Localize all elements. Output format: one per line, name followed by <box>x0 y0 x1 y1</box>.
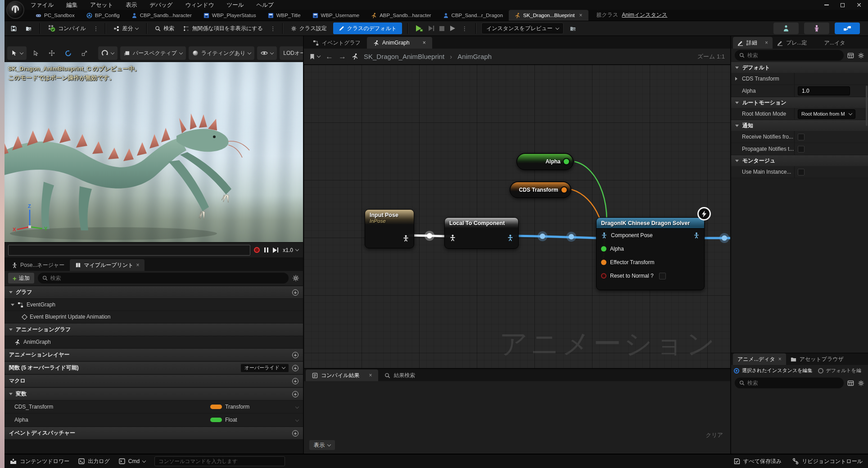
hide-unrelated-options-icon[interactable]: ⋮ <box>269 25 277 32</box>
list-item-eventgraph[interactable]: EventGraph <box>5 298 303 310</box>
subpanel-search-input[interactable]: 検索 <box>735 378 844 388</box>
section-graphs[interactable]: グラフ + <box>5 286 303 298</box>
save-button[interactable] <box>8 22 19 35</box>
close-window-icon[interactable]: ✕ <box>856 3 862 7</box>
tab-asset-editor[interactable]: ア...イタ <box>820 37 850 49</box>
component-pose-input-pin[interactable] <box>601 232 607 238</box>
perspective-button[interactable]: パースペクティブ <box>120 46 186 60</box>
menu-view[interactable]: 表示 <box>126 1 137 9</box>
tab-animgraph[interactable]: AnimGraph × <box>367 37 432 49</box>
graph-mode-button[interactable] <box>835 22 860 34</box>
rotate-tool-button[interactable] <box>61 46 75 60</box>
mybp-search-input[interactable]: 検索 <box>38 273 289 284</box>
section-functions[interactable]: 関数 (5 オーバーライド可能) オーバーライド + <box>5 362 303 374</box>
edit-selected-instance-radio[interactable] <box>734 368 739 374</box>
class-settings-button[interactable]: クラス設定 <box>288 22 330 35</box>
tab-pc-sandbox[interactable]: PC_Sandbox <box>30 10 81 21</box>
section-root-motion[interactable]: ルートモーション <box>731 97 868 108</box>
menu-asset[interactable]: アセット <box>90 1 113 9</box>
find-button[interactable]: 検索 <box>152 22 177 35</box>
eject-icon[interactable] <box>449 25 456 32</box>
close-tab-icon[interactable]: × <box>136 262 139 268</box>
step-forward-button[interactable] <box>273 248 278 253</box>
compile-options-icon[interactable]: ⋮ <box>92 25 99 32</box>
scale-tool-button[interactable] <box>78 46 91 60</box>
node-cds-transform-variable[interactable]: CDS Transform <box>510 181 571 198</box>
mybp-settings-gear-icon[interactable] <box>292 274 299 282</box>
edit-defaults-radio[interactable] <box>818 368 823 374</box>
tab-bp-config[interactable]: BP_Config <box>81 10 126 21</box>
float-output-pin[interactable] <box>564 159 569 164</box>
section-event-dispatchers[interactable]: イベントディスパッチャー + <box>5 427 303 439</box>
browse-asset-button[interactable] <box>23 22 34 35</box>
playback-speed[interactable]: x1.0 <box>283 247 298 253</box>
section-animation-layers[interactable]: アニメーションレイヤー + <box>5 349 303 361</box>
move-tool-button[interactable] <box>45 46 59 60</box>
lit-mode-button[interactable]: ライティングあり <box>189 46 254 60</box>
tab-wbp-username[interactable]: WBP_Username <box>307 10 366 21</box>
animgraph-canvas[interactable]: アニメーション <box>304 65 730 368</box>
pause-button[interactable] <box>264 248 268 252</box>
tab-find-results[interactable]: 結果検索 <box>378 369 421 381</box>
cmd-dropdown[interactable]: Cmd <box>119 458 145 464</box>
play-icon[interactable] <box>415 25 423 32</box>
details-search-input[interactable]: 検索 <box>735 50 844 61</box>
add-icon[interactable]: + <box>292 391 298 397</box>
class-defaults-button[interactable]: クラスのデフォルト <box>333 22 402 34</box>
tab-asset-browser[interactable]: アセットブラウザ <box>786 353 848 365</box>
reset-to-normal-checkbox[interactable] <box>659 273 666 279</box>
forward-arrow-icon[interactable]: → <box>339 52 346 61</box>
breadcrumb-root[interactable]: SK_Dragon_AnimBlueprint <box>364 53 444 60</box>
hide-unrelated-button[interactable]: 無関係な項目を非表示にする <box>181 22 265 35</box>
close-tab-icon[interactable]: × <box>765 40 768 46</box>
menu-file[interactable]: ファイル <box>31 1 54 9</box>
reset-bool-input-pin[interactable] <box>601 273 606 279</box>
tab-sk-dragon-blueprint[interactable]: SK_Dragon...Blueprint × <box>509 10 588 21</box>
close-tab-icon[interactable]: × <box>579 12 582 18</box>
output-log-button[interactable]: 出力ログ <box>78 458 110 465</box>
add-icon[interactable]: + <box>292 430 298 436</box>
transform-output-pin[interactable] <box>561 187 567 193</box>
show-flags-button[interactable] <box>257 46 277 60</box>
tab-wbp-playerstatus[interactable]: WBP_PlayerStatus <box>198 10 262 21</box>
component-pose-output-pin[interactable] <box>693 232 700 238</box>
minimize-icon[interactable] <box>824 4 829 5</box>
revision-control-button[interactable]: リビジョンコントロール <box>792 458 863 465</box>
pose-input-pin[interactable] <box>449 234 456 241</box>
show-filter-dropdown[interactable]: 表示 <box>309 440 335 450</box>
close-tab-icon[interactable]: × <box>369 372 372 378</box>
propagate-notifies-checkbox[interactable] <box>798 146 805 153</box>
tab-cbp-sand-dragon[interactable]: CBP_Sand...r_Dragon <box>437 10 509 21</box>
menu-tools[interactable]: ツール <box>226 1 244 9</box>
preview-instance-dropdown[interactable]: インスタンスをプレビュー <box>481 22 564 34</box>
node-alpha-variable[interactable]: Alpha <box>516 153 574 170</box>
component-pose-output-pin[interactable] <box>507 234 514 241</box>
unreal-logo-icon[interactable] <box>6 1 24 19</box>
tab-cbp-sandbox-character[interactable]: CBP_Sandb...haracter <box>126 10 198 21</box>
root-motion-mode-dropdown[interactable]: Root Motion from M <box>798 109 855 119</box>
diff-button[interactable]: 差分 <box>111 22 141 35</box>
console-command-input[interactable]: コンソールコマンドを入力します <box>154 456 285 466</box>
section-default[interactable]: デフォルト <box>731 62 868 73</box>
preview-viewport[interactable]: SK_Dragon_AnimBlueprint_C のプレビュー中。 このモード… <box>5 62 303 242</box>
skeleton-mode-button[interactable] <box>773 22 799 34</box>
add-icon[interactable]: + <box>292 378 298 384</box>
variable-row-alpha[interactable]: Alpha Float <box>5 413 303 426</box>
timeline-scrubber[interactable] <box>8 245 250 256</box>
list-item-animgraph[interactable]: AnimGraph <box>5 336 303 348</box>
save-status[interactable]: すべて保存済み <box>734 458 782 465</box>
section-animation-graphs[interactable]: アニメーショングラフ <box>5 324 303 336</box>
section-notifies[interactable]: 通知 <box>731 120 868 131</box>
effector-transform-input-pin[interactable] <box>601 260 606 265</box>
subpanel-settings-gear-icon[interactable] <box>858 380 864 387</box>
variable-row-cds-transform[interactable]: CDS_Transform Transform <box>5 400 303 413</box>
breadcrumb-leaf[interactable]: AnimGraph <box>457 53 492 60</box>
back-arrow-icon[interactable]: ← <box>326 52 333 61</box>
add-icon[interactable]: + <box>292 365 298 371</box>
tab-abp-sandbox-character[interactable]: ABP_Sandb...haracter <box>365 10 437 21</box>
pose-output-pin[interactable] <box>402 235 409 242</box>
tab-wbp-title[interactable]: WBP_Title <box>262 10 307 21</box>
play-options-icon[interactable]: ⋮ <box>461 25 468 32</box>
frame-skip-icon[interactable] <box>428 25 434 32</box>
section-montage[interactable]: モンタージュ <box>731 155 868 166</box>
